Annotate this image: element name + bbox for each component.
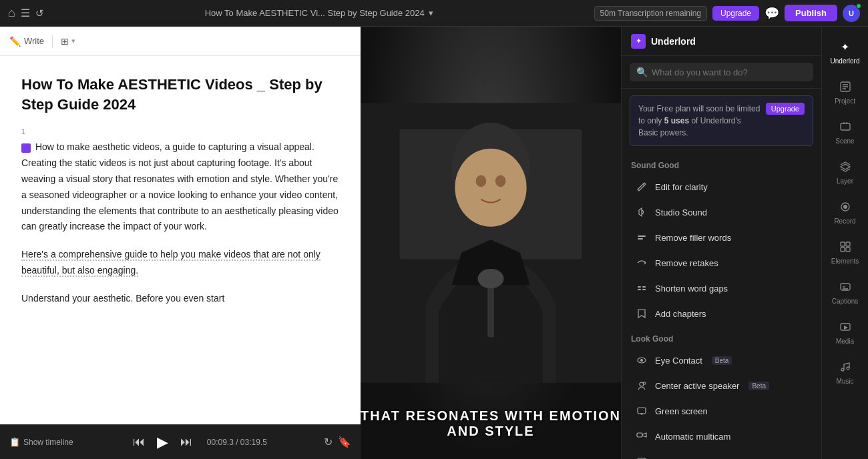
look-good-label: Look Good — [622, 326, 821, 348]
avatar[interactable]: U — [843, 5, 860, 22]
tool-record[interactable]: Record — [825, 193, 865, 231]
timeline-icon: 📋 — [9, 437, 20, 447]
music-tool-icon — [837, 359, 853, 375]
elements-tool-label: Elements — [831, 258, 859, 266]
video-area: THAT RESONATES WITH EMOTION AND STYLE — [361, 27, 621, 459]
upgrade-notice-button[interactable]: Upgrade — [766, 103, 805, 115]
play-button[interactable]: ▶ — [154, 431, 171, 454]
remove-filler-item[interactable]: Remove filler words — [626, 225, 817, 250]
eye-contact-item[interactable]: Eye Contact Beta — [626, 348, 817, 373]
svg-rect-27 — [846, 242, 850, 246]
bookmark-button[interactable]: 🔖 — [338, 436, 351, 448]
center-speaker-icon — [635, 379, 648, 392]
add-chapters-item[interactable]: Add chapters — [626, 301, 817, 326]
time-display: 00:09.3 / 03:19.5 — [207, 438, 267, 447]
tool-music[interactable]: Music — [825, 354, 865, 391]
svg-point-25 — [843, 205, 847, 209]
remove-filler-icon — [635, 231, 648, 244]
upgrade-button[interactable]: Upgrade — [712, 6, 759, 21]
remove-retakes-item[interactable]: Remove retakes — [626, 250, 817, 276]
edit-clarity-icon — [635, 180, 648, 193]
tool-scene[interactable]: Scene — [825, 113, 865, 151]
svg-rect-9 — [638, 238, 643, 240]
tool-captions[interactable]: Captions — [825, 274, 865, 311]
add-chapters-icon — [635, 307, 648, 320]
project-tool-label: Project — [835, 97, 855, 105]
underlord-sidebar: ✦ Underlord 🔍 Your Free plan will soon b… — [621, 27, 821, 459]
search-input[interactable] — [652, 67, 807, 77]
shorten-gaps-item[interactable]: Shorten word gaps — [626, 276, 817, 301]
undo-icon[interactable]: ↺ — [35, 7, 44, 19]
video-title: How To Make AESTHETIC Videos _ Step by S… — [21, 75, 339, 114]
topbar-right: 50m Transcription remaining Upgrade 💬 Pu… — [594, 5, 860, 22]
svg-rect-10 — [638, 286, 641, 288]
eye-contact-icon — [635, 354, 648, 367]
studio-sound-item[interactable]: Studio Sound — [626, 199, 817, 225]
tool-media[interactable]: Media — [825, 314, 865, 351]
video-person-svg — [361, 27, 621, 459]
transcription-badge: 50m Transcription remaining — [594, 6, 707, 21]
center-speaker-label: Center active speaker — [655, 381, 739, 391]
search-box: 🔍 — [630, 63, 813, 81]
menu-icon[interactable]: ☰ — [21, 7, 30, 19]
transcript-panel: ✏️ Write ⊞ ▾ How To Make AESTHETIC Video… — [0, 27, 361, 459]
remove-filler-label: Remove filler words — [655, 233, 731, 243]
underlord-body: Sound Good Edit for clarity Studio Sound… — [622, 153, 821, 459]
redo-button[interactable]: ↻ — [324, 436, 333, 448]
cursor-marker — [21, 143, 31, 153]
layout-icon: ⊞ — [61, 36, 69, 47]
upgrade-notice-text: Your Free plan will soon be limited to o… — [638, 103, 761, 139]
prev-button[interactable]: ⏮ — [130, 432, 148, 452]
chevron-down-icon-layout: ▾ — [71, 37, 75, 45]
write-label: Write — [24, 36, 44, 46]
next-button[interactable]: ⏭ — [178, 432, 195, 452]
tool-project[interactable]: Project — [825, 73, 865, 111]
edit-clarity-item[interactable]: Edit for clarity — [626, 174, 817, 199]
tool-underlord[interactable]: ✦ Underlord — [825, 33, 865, 71]
transcript-segment-1: How to make aesthetic videos, a guide to… — [21, 139, 339, 235]
auto-multicam-item[interactable]: Automatic multicam — [626, 424, 817, 449]
svg-point-3 — [455, 149, 526, 227]
segment-1-text: How to make aesthetic videos, a guide to… — [21, 141, 339, 232]
transcript-content: How To Make AESTHETIC Videos _ Step by S… — [0, 56, 361, 424]
chevron-down-icon[interactable]: ▾ — [429, 8, 433, 18]
green-screen-item[interactable]: Green screen — [626, 398, 817, 424]
layer-tool-icon — [837, 159, 853, 175]
tool-layer[interactable]: Layer — [825, 153, 865, 191]
svg-rect-8 — [638, 236, 646, 237]
write-icon: ✏️ — [9, 36, 21, 47]
layout-button[interactable]: ⊞ ▾ — [61, 36, 75, 47]
transcript-segment-3: Understand your aesthetic. Before you ev… — [21, 291, 339, 307]
tool-panel: ✦ Underlord Project Scene Layer Record — [821, 27, 868, 459]
video-overlay-text: THAT RESONATES WITH EMOTION AND STYLE — [361, 408, 621, 439]
add-chapters-label: Add chapters — [655, 309, 706, 319]
project-tool-icon — [837, 79, 853, 95]
sound-good-label: Sound Good — [622, 153, 821, 174]
svg-rect-29 — [846, 248, 850, 252]
underlord-title: Underlord — [651, 36, 696, 47]
scene-tool-icon — [837, 119, 853, 135]
center-speaker-item[interactable]: Center active speaker Beta — [626, 373, 817, 398]
comment-icon[interactable]: 💬 — [765, 6, 779, 21]
segment-number: 1 — [21, 127, 339, 135]
remove-retakes-label: Remove retakes — [655, 258, 718, 268]
player-bar: 📋 Show timeline ⏮ ▶ ⏭ 00:09.3 / 03:19.5 … — [0, 424, 361, 459]
topbar: ⌂ ☰ ↺ How To Make AESTHETIC Vi... Step b… — [0, 0, 868, 27]
generate-image-label: Generate an image — [655, 457, 729, 460]
underlord-tool-icon: ✦ — [837, 39, 853, 55]
generate-image-item[interactable]: Generate an image — [626, 449, 817, 459]
home-icon[interactable]: ⌂ — [8, 6, 15, 20]
captions-tool-icon — [837, 279, 853, 295]
upgrade-notice: Your Free plan will soon be limited to o… — [630, 95, 813, 146]
media-tool-icon — [837, 319, 853, 335]
svg-rect-28 — [841, 248, 845, 252]
left-toolbar: ✏️ Write ⊞ ▾ — [0, 27, 361, 56]
svg-rect-11 — [642, 286, 646, 288]
time-total: 03:19.5 — [240, 438, 267, 447]
timeline-toggle[interactable]: 📋 Show timeline — [9, 437, 73, 447]
svg-rect-18 — [638, 408, 646, 414]
tool-elements[interactable]: Elements — [825, 234, 865, 271]
write-button[interactable]: ✏️ Write — [9, 36, 44, 47]
publish-button[interactable]: Publish — [785, 5, 837, 21]
svg-rect-19 — [637, 433, 642, 437]
